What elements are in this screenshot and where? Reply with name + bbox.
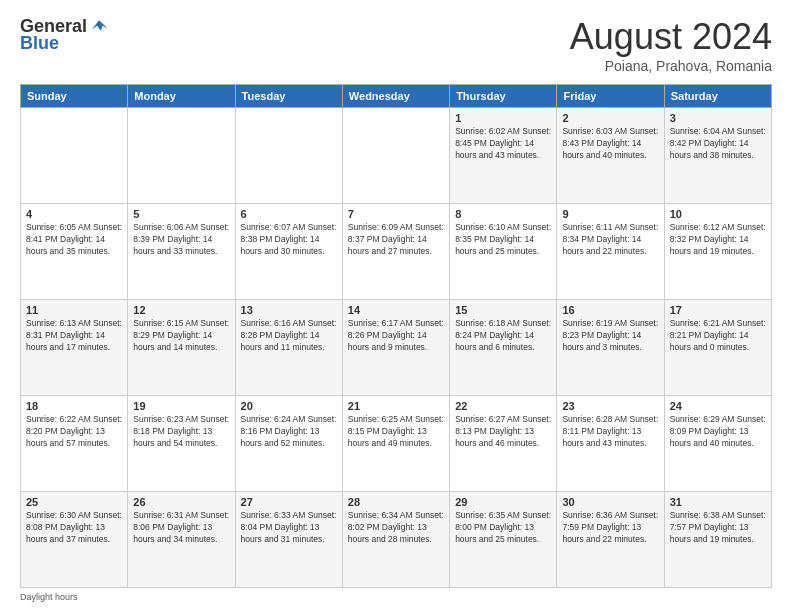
weekday-header-sunday: Sunday xyxy=(21,85,128,108)
day-number: 10 xyxy=(670,208,766,220)
title-block: August 2024 Poiana, Prahova, Romania xyxy=(570,16,772,74)
weekday-header-tuesday: Tuesday xyxy=(235,85,342,108)
day-info: Sunrise: 6:09 AM Sunset: 8:37 PM Dayligh… xyxy=(348,222,444,258)
calendar-cell: 1Sunrise: 6:02 AM Sunset: 8:45 PM Daylig… xyxy=(450,108,557,204)
day-number: 13 xyxy=(241,304,337,316)
calendar-cell: 31Sunrise: 6:38 AM Sunset: 7:57 PM Dayli… xyxy=(664,492,771,588)
day-info: Sunrise: 6:33 AM Sunset: 8:04 PM Dayligh… xyxy=(241,510,337,546)
calendar-table: SundayMondayTuesdayWednesdayThursdayFrid… xyxy=(20,84,772,588)
calendar-cell: 12Sunrise: 6:15 AM Sunset: 8:29 PM Dayli… xyxy=(128,300,235,396)
month-title: August 2024 xyxy=(570,16,772,58)
calendar-cell: 2Sunrise: 6:03 AM Sunset: 8:43 PM Daylig… xyxy=(557,108,664,204)
weekday-header-wednesday: Wednesday xyxy=(342,85,449,108)
calendar-week-row: 25Sunrise: 6:30 AM Sunset: 8:08 PM Dayli… xyxy=(21,492,772,588)
day-info: Sunrise: 6:16 AM Sunset: 8:28 PM Dayligh… xyxy=(241,318,337,354)
calendar-cell: 7Sunrise: 6:09 AM Sunset: 8:37 PM Daylig… xyxy=(342,204,449,300)
day-number: 18 xyxy=(26,400,122,412)
day-number: 26 xyxy=(133,496,229,508)
calendar-cell: 4Sunrise: 6:05 AM Sunset: 8:41 PM Daylig… xyxy=(21,204,128,300)
day-number: 14 xyxy=(348,304,444,316)
logo-blue: Blue xyxy=(20,33,59,54)
day-number: 22 xyxy=(455,400,551,412)
calendar-week-row: 11Sunrise: 6:13 AM Sunset: 8:31 PM Dayli… xyxy=(21,300,772,396)
calendar-cell: 26Sunrise: 6:31 AM Sunset: 8:06 PM Dayli… xyxy=(128,492,235,588)
calendar-cell: 8Sunrise: 6:10 AM Sunset: 8:35 PM Daylig… xyxy=(450,204,557,300)
day-number: 3 xyxy=(670,112,766,124)
day-info: Sunrise: 6:19 AM Sunset: 8:23 PM Dayligh… xyxy=(562,318,658,354)
day-number: 2 xyxy=(562,112,658,124)
day-info: Sunrise: 6:21 AM Sunset: 8:21 PM Dayligh… xyxy=(670,318,766,354)
day-number: 25 xyxy=(26,496,122,508)
day-number: 11 xyxy=(26,304,122,316)
day-info: Sunrise: 6:38 AM Sunset: 7:57 PM Dayligh… xyxy=(670,510,766,546)
calendar-cell: 18Sunrise: 6:22 AM Sunset: 8:20 PM Dayli… xyxy=(21,396,128,492)
calendar-cell: 14Sunrise: 6:17 AM Sunset: 8:26 PM Dayli… xyxy=(342,300,449,396)
calendar-cell: 24Sunrise: 6:29 AM Sunset: 8:09 PM Dayli… xyxy=(664,396,771,492)
day-info: Sunrise: 6:24 AM Sunset: 8:16 PM Dayligh… xyxy=(241,414,337,450)
day-info: Sunrise: 6:10 AM Sunset: 8:35 PM Dayligh… xyxy=(455,222,551,258)
day-info: Sunrise: 6:05 AM Sunset: 8:41 PM Dayligh… xyxy=(26,222,122,258)
calendar-cell: 9Sunrise: 6:11 AM Sunset: 8:34 PM Daylig… xyxy=(557,204,664,300)
day-info: Sunrise: 6:35 AM Sunset: 8:00 PM Dayligh… xyxy=(455,510,551,546)
weekday-header-friday: Friday xyxy=(557,85,664,108)
day-info: Sunrise: 6:22 AM Sunset: 8:20 PM Dayligh… xyxy=(26,414,122,450)
day-number: 31 xyxy=(670,496,766,508)
calendar-cell: 29Sunrise: 6:35 AM Sunset: 8:00 PM Dayli… xyxy=(450,492,557,588)
day-info: Sunrise: 6:03 AM Sunset: 8:43 PM Dayligh… xyxy=(562,126,658,162)
calendar-cell: 15Sunrise: 6:18 AM Sunset: 8:24 PM Dayli… xyxy=(450,300,557,396)
day-info: Sunrise: 6:11 AM Sunset: 8:34 PM Dayligh… xyxy=(562,222,658,258)
footer-note: Daylight hours xyxy=(20,592,772,602)
day-info: Sunrise: 6:34 AM Sunset: 8:02 PM Dayligh… xyxy=(348,510,444,546)
day-number: 7 xyxy=(348,208,444,220)
calendar-cell xyxy=(21,108,128,204)
calendar-cell: 27Sunrise: 6:33 AM Sunset: 8:04 PM Dayli… xyxy=(235,492,342,588)
page: General Blue August 2024 Poiana, Prahova… xyxy=(0,0,792,612)
calendar-body: 1Sunrise: 6:02 AM Sunset: 8:45 PM Daylig… xyxy=(21,108,772,588)
day-number: 17 xyxy=(670,304,766,316)
day-info: Sunrise: 6:12 AM Sunset: 8:32 PM Dayligh… xyxy=(670,222,766,258)
weekday-header-saturday: Saturday xyxy=(664,85,771,108)
calendar-cell: 23Sunrise: 6:28 AM Sunset: 8:11 PM Dayli… xyxy=(557,396,664,492)
weekday-header-thursday: Thursday xyxy=(450,85,557,108)
day-number: 1 xyxy=(455,112,551,124)
day-number: 8 xyxy=(455,208,551,220)
calendar-cell: 21Sunrise: 6:25 AM Sunset: 8:15 PM Dayli… xyxy=(342,396,449,492)
day-info: Sunrise: 6:31 AM Sunset: 8:06 PM Dayligh… xyxy=(133,510,229,546)
calendar-cell: 25Sunrise: 6:30 AM Sunset: 8:08 PM Dayli… xyxy=(21,492,128,588)
calendar-cell xyxy=(235,108,342,204)
day-info: Sunrise: 6:29 AM Sunset: 8:09 PM Dayligh… xyxy=(670,414,766,450)
day-number: 6 xyxy=(241,208,337,220)
day-number: 21 xyxy=(348,400,444,412)
day-info: Sunrise: 6:25 AM Sunset: 8:15 PM Dayligh… xyxy=(348,414,444,450)
day-info: Sunrise: 6:18 AM Sunset: 8:24 PM Dayligh… xyxy=(455,318,551,354)
header: General Blue August 2024 Poiana, Prahova… xyxy=(20,16,772,74)
day-number: 15 xyxy=(455,304,551,316)
calendar-cell: 22Sunrise: 6:27 AM Sunset: 8:13 PM Dayli… xyxy=(450,396,557,492)
weekday-row: SundayMondayTuesdayWednesdayThursdayFrid… xyxy=(21,85,772,108)
day-info: Sunrise: 6:27 AM Sunset: 8:13 PM Dayligh… xyxy=(455,414,551,450)
day-number: 12 xyxy=(133,304,229,316)
svg-marker-0 xyxy=(92,20,108,31)
day-info: Sunrise: 6:36 AM Sunset: 7:59 PM Dayligh… xyxy=(562,510,658,546)
calendar-cell: 20Sunrise: 6:24 AM Sunset: 8:16 PM Dayli… xyxy=(235,396,342,492)
calendar-cell: 16Sunrise: 6:19 AM Sunset: 8:23 PM Dayli… xyxy=(557,300,664,396)
day-info: Sunrise: 6:28 AM Sunset: 8:11 PM Dayligh… xyxy=(562,414,658,450)
location-subtitle: Poiana, Prahova, Romania xyxy=(570,58,772,74)
calendar-cell xyxy=(342,108,449,204)
calendar-week-row: 18Sunrise: 6:22 AM Sunset: 8:20 PM Dayli… xyxy=(21,396,772,492)
day-info: Sunrise: 6:17 AM Sunset: 8:26 PM Dayligh… xyxy=(348,318,444,354)
calendar-cell: 28Sunrise: 6:34 AM Sunset: 8:02 PM Dayli… xyxy=(342,492,449,588)
day-number: 5 xyxy=(133,208,229,220)
calendar-cell xyxy=(128,108,235,204)
calendar-week-row: 1Sunrise: 6:02 AM Sunset: 8:45 PM Daylig… xyxy=(21,108,772,204)
day-number: 24 xyxy=(670,400,766,412)
day-info: Sunrise: 6:06 AM Sunset: 8:39 PM Dayligh… xyxy=(133,222,229,258)
calendar-cell: 30Sunrise: 6:36 AM Sunset: 7:59 PM Dayli… xyxy=(557,492,664,588)
day-number: 19 xyxy=(133,400,229,412)
day-number: 4 xyxy=(26,208,122,220)
day-info: Sunrise: 6:07 AM Sunset: 8:38 PM Dayligh… xyxy=(241,222,337,258)
day-info: Sunrise: 6:15 AM Sunset: 8:29 PM Dayligh… xyxy=(133,318,229,354)
day-info: Sunrise: 6:30 AM Sunset: 8:08 PM Dayligh… xyxy=(26,510,122,546)
calendar-cell: 5Sunrise: 6:06 AM Sunset: 8:39 PM Daylig… xyxy=(128,204,235,300)
logo: General Blue xyxy=(20,16,109,54)
